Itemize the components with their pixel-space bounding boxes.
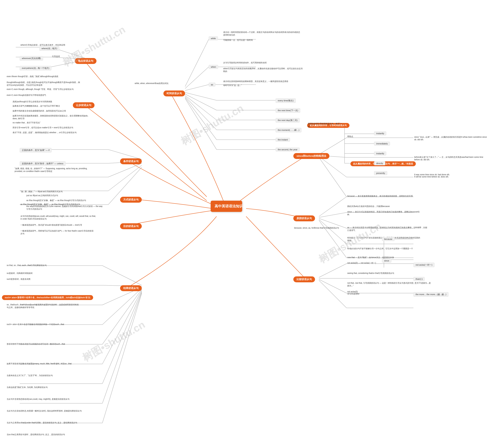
svg-line-2 bbox=[185, 67, 209, 88]
cause-now-that: now that — 意为"既然"；由/since关注，也意更实本身 bbox=[346, 256, 395, 259]
time-instant: the instant bbox=[276, 138, 290, 142]
purpose-so-that: 从句中的意副词如can,could, will,would(may, might… bbox=[20, 214, 98, 221]
svg-line-75 bbox=[108, 165, 142, 191]
compare-the-more: the more... the more...(越...越...) bbox=[414, 292, 449, 297]
branch-since-before: since和before的特殊用法 bbox=[293, 153, 329, 159]
svg-line-36 bbox=[319, 219, 346, 244]
cause-as: as — 表示对比语意卡分明理的情况，听者也认为对其知道的已知道点事情，运时稍带… bbox=[346, 226, 429, 232]
svg-line-57 bbox=[102, 288, 142, 325]
watermark-4: 树图•shuttu.cn bbox=[80, 318, 147, 365]
svg-line-73 bbox=[108, 163, 142, 177]
since-it-was: It was some time since sb. had done sth.… bbox=[414, 173, 451, 178]
time-when: when bbox=[209, 65, 218, 69]
svg-line-8 bbox=[185, 94, 216, 110]
svg-line-38 bbox=[319, 220, 346, 258]
svg-line-61 bbox=[102, 290, 142, 364]
manner-as-if-1: as if/as though意为"好像、像是" — as if/as thou… bbox=[26, 199, 87, 202]
time-next-day: the next day(第二天) bbox=[276, 118, 300, 122]
svg-line-10 bbox=[185, 95, 216, 120]
result-so-such-1: so...that/such...that中的so或such被强调并放置到句首的… bbox=[6, 303, 81, 309]
adv-instantly1: instantly bbox=[374, 131, 386, 135]
cause-since-label: since bbox=[382, 259, 391, 263]
time-second: the second, the year bbox=[276, 148, 300, 152]
cause-list-label: because, since, as, for和now that引导原因状语从句 bbox=[293, 226, 340, 230]
result-so-adv: 形容词有时不特指名词也可以前面的名词可名词一般语词such...that bbox=[6, 342, 66, 346]
conc-whether: 表示"不管...还是...还是"，独词情如就是以 whether ... or引… bbox=[12, 131, 77, 134]
svg-line-47 bbox=[319, 279, 346, 293]
time-when-desc1: 从与引导副词从时间转述动作，也可用持续性动词 bbox=[222, 61, 267, 65]
svg-line-67 bbox=[102, 293, 142, 423]
result-such-highlight: such+ a/an+形容词十名词十名，the/such/the+名词类别使用，… bbox=[2, 295, 93, 300]
cause-not-that: not that...but that, 引导原因状语从句 — 这是一种特殊的引… bbox=[346, 281, 433, 288]
conc-as-though-2: 如果表示语气为整数数词表达，这个也可以不带不整洁 bbox=[12, 104, 61, 108]
cause-because: because — 表示直接原因或能表达，表示前者副词或前面，说明发生的关系 bbox=[346, 194, 414, 198]
svg-line-65 bbox=[102, 292, 142, 403]
purpose-should: 一般表现意副词气，形式是"should+助动原形"或形应should — les… bbox=[20, 223, 83, 227]
svg-line-69 bbox=[108, 150, 142, 159]
cause-since: 因此关系why引发的句型的结合，只能用because bbox=[346, 205, 391, 208]
conc-as-though-4: 如果与中间没实现效果表规范，则将某助动词和原形式前面去之，使主谓调整动词如do,… bbox=[12, 114, 90, 120]
time-compare-label: while, when, whenever和as的用法对比 bbox=[134, 82, 169, 85]
center-label: 高中英语语法知识点总结 之状语从句 bbox=[215, 204, 272, 208]
time-as: as bbox=[209, 83, 215, 86]
cond-if: 正面的条件，意为"如果" — if bbox=[20, 148, 52, 153]
watermark-2: 树图•shuttu.cn bbox=[178, 102, 246, 149]
adv-immediately: immediately bbox=[374, 142, 390, 146]
cond-so-so: "如...那...就如..." — if/just as引导的同类方式从句 bbox=[20, 190, 63, 193]
compare-than: than(□) bbox=[414, 277, 425, 281]
svg-line-63 bbox=[102, 291, 142, 384]
compare-as-as: not as/as(0) — not so/as(一对一) bbox=[346, 261, 377, 265]
time-as-desc: 表示对比其间某种特性的两种类型，其后还有意义，一般同进性性状态用语 bbox=[222, 80, 289, 83]
cause-for-2: for/如分述分句不多不能够分另一分句之间，它它从中运用加一个重要是一个 bbox=[346, 247, 414, 250]
conc-even-if-even-though-desc: even if, even though, although, though "… bbox=[6, 87, 74, 91]
time-while-note: 可能持续一点，也可以是一段时间 bbox=[222, 38, 253, 42]
svg-line-6 bbox=[185, 92, 216, 100]
branch-compare: 比较状语从句 bbox=[293, 276, 315, 282]
result-so-desc: so是副词，结构相对词组副词 bbox=[6, 272, 33, 275]
branch-cause: 原因状语从句 bbox=[293, 215, 315, 221]
manner-just-as: just as 和just as之间的同类方式从句 bbox=[26, 194, 59, 197]
conc-though-desc: though/although虽然，但是;虽然;though也可以不如thoug… bbox=[6, 81, 81, 87]
time-every-time: every time(每次) bbox=[276, 98, 296, 103]
svg-line-85 bbox=[319, 157, 346, 197]
branch-manner: 方式状语从句 bbox=[120, 197, 142, 203]
result-many: 如果不把告状词定数名词放置如many, much, little, few常使时… bbox=[6, 362, 72, 365]
branch-place: 地点状语从句 bbox=[75, 58, 96, 64]
since-since: since "自从...以来" — 用完成，从属的动词的有关系是It is/ha… bbox=[414, 135, 488, 141]
branch-time: 时间状语从句 bbox=[163, 90, 185, 96]
result-such-a: such+ a/an+名词十名也可能被名词前面的单独一个结语such...tha… bbox=[6, 323, 65, 326]
since-before-note: 帮助点 bbox=[346, 135, 354, 138]
center-node: 高中英语语法知识点总结 之状语从句 bbox=[211, 201, 242, 212]
svg-line-4 bbox=[185, 85, 209, 90]
place-wherever: wherever(无论在哪) bbox=[20, 56, 43, 61]
svg-line-49 bbox=[319, 280, 346, 308]
time-moment: the moment(……瞬…) bbox=[276, 128, 301, 132]
result-so-that-2: 当表达的是"因此"文本, 为结果, 为结果状语从句 bbox=[6, 386, 48, 389]
time-while: while bbox=[209, 36, 218, 40]
cause-seeing-that: seeing that, considering that/on that引导原… bbox=[346, 272, 395, 275]
svg-line-0 bbox=[185, 39, 209, 86]
branch-result: 结果状语从句 bbox=[120, 285, 142, 291]
result-modal: 当从句中含有情态助动词(can,could, may, might等), 是都是… bbox=[6, 397, 70, 401]
cause-since-2: since — 表示方式以前提的情况，而是已经知道的已知道的事情、进事以beca… bbox=[346, 210, 421, 216]
cond-unless: 反面的条件，意为"除非，如果不" — unless bbox=[20, 161, 66, 166]
branch-condition: 条件状语从句 bbox=[120, 158, 142, 164]
conc-as-though-3: 如果中间的复合含动实成绩规范的词，如同实际也可以as之间 bbox=[12, 109, 67, 113]
conc-no-matter-2: 而非引导+ever引导，也可以也no matter引导 + ever引导让步状语… bbox=[12, 126, 74, 129]
svg-line-14 bbox=[185, 97, 216, 140]
svg-line-43 bbox=[319, 264, 346, 277]
svg-line-79 bbox=[319, 138, 346, 154]
svg-line-32 bbox=[319, 212, 346, 217]
result-such-desc: such是形容词，组是名词类 bbox=[6, 277, 31, 281]
svg-line-30 bbox=[319, 197, 346, 216]
branch-time-label: 时间状语从句 bbox=[166, 92, 182, 95]
svg-line-51 bbox=[102, 266, 142, 285]
adv-instantly2: instantly bbox=[374, 152, 386, 155]
svg-line-59 bbox=[102, 289, 142, 344]
conc-even-if-note: even if, even though后面对句子带有高度语气 bbox=[6, 93, 47, 97]
conc-even-if-desc: even if/even though尽管；虽然; "虽然"although/t… bbox=[6, 75, 59, 78]
place-everywhere: everywhere(在...每一个地方) bbox=[20, 66, 51, 70]
since-before: before表义是"过了多久了..." — 主，从句的时态关系是was/had … bbox=[414, 155, 488, 161]
cond-supposing: "如果, 假设, 假使, 在...的条件下" — Supposing, supp… bbox=[14, 167, 89, 173]
time-adv-label: 副词作连词引导时间状语从句，表示"一...就..." bbox=[307, 122, 346, 128]
